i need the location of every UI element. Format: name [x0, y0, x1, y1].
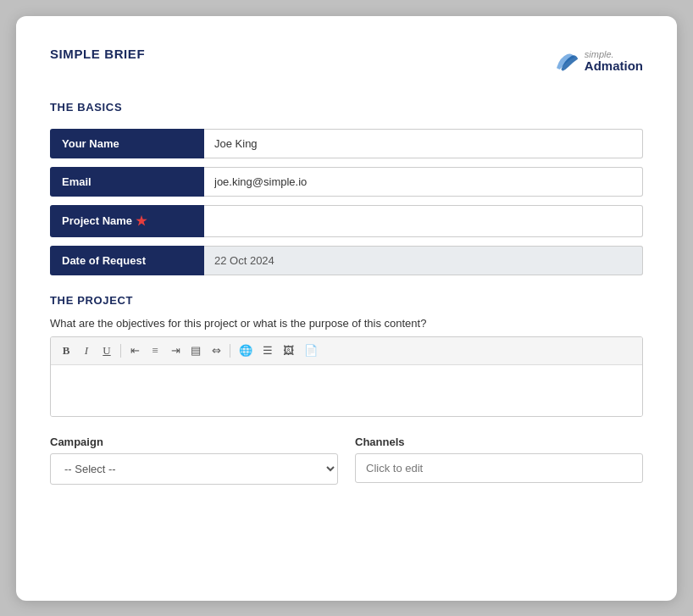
email-input[interactable]: [204, 167, 643, 197]
align-center-icon: ≡: [152, 344, 158, 358]
main-card: SIMPLE BRIEF simple. Admation THE BASICS…: [16, 16, 677, 601]
date-of-request-row: Date of Request: [50, 246, 643, 275]
align-right-icon: ⇥: [171, 344, 180, 358]
align-full-button[interactable]: ⇔: [208, 342, 225, 359]
your-name-input[interactable]: [204, 129, 643, 158]
project-name-label: Project Name ★: [50, 205, 204, 237]
app-title: SIMPLE BRIEF: [50, 47, 145, 61]
campaign-label: Campaign: [50, 436, 338, 448]
date-of-request-label: Date of Request: [50, 246, 204, 275]
italic-button[interactable]: I: [78, 342, 95, 359]
globe-button[interactable]: 🌐: [236, 342, 256, 359]
align-left-button[interactable]: ⇤: [126, 342, 143, 359]
required-star: ★: [136, 214, 147, 229]
campaign-col: Campaign -- Select --: [50, 436, 338, 485]
doc-icon: 📄: [304, 344, 318, 358]
project-name-input[interactable]: [204, 205, 643, 237]
rich-text-area[interactable]: [51, 365, 642, 416]
toolbar-divider-1: [120, 344, 121, 358]
your-name-row: Your Name: [50, 129, 643, 158]
header: SIMPLE BRIEF simple. Admation: [50, 47, 643, 77]
align-left-icon: ⇤: [130, 344, 140, 358]
doc-button[interactable]: 📄: [301, 342, 321, 359]
justify-button[interactable]: ▤: [187, 342, 204, 359]
logo-admation: Admation: [585, 59, 643, 74]
channels-input[interactable]: [355, 453, 643, 483]
rich-text-box: B I U ⇤ ≡ ⇥ ▤ ⇔: [50, 336, 643, 417]
align-center-button[interactable]: ≡: [147, 342, 164, 359]
date-of-request-input: [204, 246, 643, 275]
list-button[interactable]: ☰: [259, 342, 276, 359]
logo-icon: [549, 47, 579, 77]
campaign-select[interactable]: -- Select --: [50, 453, 338, 485]
project-section-title: THE PROJECT: [50, 294, 643, 307]
channels-col: Channels: [355, 436, 643, 485]
justify-icon: ▤: [191, 344, 201, 358]
project-question-text: What are the objectives for this project…: [50, 317, 643, 330]
rich-text-toolbar: B I U ⇤ ≡ ⇥ ▤ ⇔: [51, 337, 642, 365]
list-icon: ☰: [263, 344, 273, 358]
globe-icon: 🌐: [239, 344, 252, 358]
your-name-label: Your Name: [50, 129, 204, 158]
underline-button[interactable]: U: [98, 342, 115, 359]
logo-text: simple. Admation: [585, 49, 643, 74]
project-name-row: Project Name ★: [50, 205, 643, 237]
toolbar-divider-2: [230, 344, 230, 358]
email-label: Email: [50, 167, 204, 197]
image-icon: 🖼: [283, 344, 294, 358]
bottom-row: Campaign -- Select -- Channels: [50, 436, 643, 485]
align-full-icon: ⇔: [212, 344, 221, 358]
image-button[interactable]: 🖼: [280, 342, 297, 359]
email-row: Email: [50, 167, 643, 197]
logo-area: simple. Admation: [549, 47, 643, 77]
basics-section-title: THE BASICS: [50, 101, 643, 114]
align-right-button[interactable]: ⇥: [167, 342, 184, 359]
bold-button[interactable]: B: [58, 342, 75, 359]
channels-label: Channels: [355, 436, 643, 448]
